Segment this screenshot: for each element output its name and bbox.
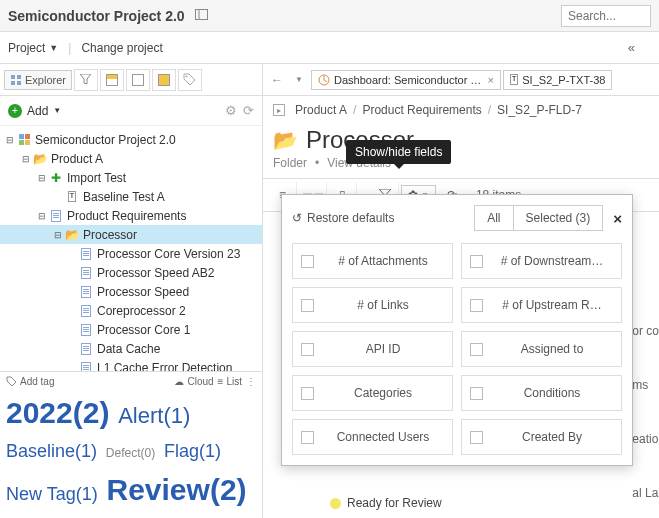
close-icon[interactable]: × <box>613 210 622 227</box>
tree-item[interactable]: Processor Speed AB2 <box>0 263 262 282</box>
sidebar-tabs: Explorer <box>0 64 262 96</box>
field-upstream[interactable]: # of Upstream R… <box>461 287 622 323</box>
settings-icon[interactable]: ⚙ <box>225 103 237 118</box>
project-menu[interactable]: Project▼ <box>8 41 58 55</box>
menu-bar: Project▼ | Change project « <box>0 32 659 64</box>
nav-dropdown-icon[interactable]: ▼ <box>289 75 309 84</box>
window-icon[interactable] <box>195 8 208 23</box>
tag-baseline[interactable]: Baseline(1) <box>6 441 97 461</box>
svg-rect-10 <box>25 140 30 145</box>
field-downstream[interactable]: # of Downstream… <box>461 243 622 279</box>
clipboard-tab-icon[interactable] <box>152 69 176 91</box>
checkbox[interactable] <box>301 431 314 444</box>
add-tag-button[interactable]: Add tag <box>6 376 54 387</box>
checkbox[interactable] <box>470 299 483 312</box>
segment-selected[interactable]: Selected (3) <box>513 206 603 230</box>
tag-alert[interactable]: Alert(1) <box>118 403 190 428</box>
nav-back-icon[interactable]: ← <box>267 73 287 87</box>
tree-view: ⊟Semiconductor Project 2.0 ⊟📂Product A ⊟… <box>0 126 262 371</box>
tree-item[interactable]: Processor Core 1 <box>0 320 262 339</box>
tooltip: Show/hide fields <box>346 140 451 164</box>
tree-product-a[interactable]: ⊟📂Product A <box>0 149 262 168</box>
field-connected-users[interactable]: Connected Users <box>292 419 453 455</box>
tag-newtag[interactable]: New Tag(1) <box>6 484 98 504</box>
checkbox[interactable] <box>301 255 314 268</box>
checkbox[interactable] <box>470 431 483 444</box>
filter-tab-icon[interactable] <box>74 69 98 91</box>
add-button[interactable]: + Add▼ <box>8 104 61 118</box>
field-assigned-to[interactable]: Assigned to <box>461 331 622 367</box>
filter-segment: All Selected (3) <box>474 205 603 231</box>
tree-item[interactable]: Processor Speed <box>0 282 262 301</box>
tab-txt[interactable]: T SI_S2_P-TXT-38 <box>503 70 612 90</box>
tree-item[interactable]: Coreprocessor 2 <box>0 301 262 320</box>
tag-panel: Add tag ☁ Cloud ≡ List ⋮ 2022(2) Alert(1… <box>0 371 262 518</box>
plus-icon: + <box>8 104 22 118</box>
close-icon[interactable]: × <box>488 74 494 86</box>
sidebar: Explorer + Add▼ ⚙ ⟳ ⊟Semiconductor Proje… <box>0 64 263 518</box>
collapse-left-icon[interactable]: « <box>628 40 635 55</box>
top-bar: Semiconductor Project 2.0 <box>0 0 659 32</box>
item-kind: Folder <box>273 156 307 170</box>
explorer-tab[interactable]: Explorer <box>4 70 72 90</box>
search-input[interactable] <box>561 5 651 27</box>
tag-2022[interactable]: 2022(2) <box>6 396 109 429</box>
tree-processor[interactable]: ⊟📂Processor <box>0 225 262 244</box>
svg-rect-9 <box>19 140 24 145</box>
svg-rect-5 <box>17 81 21 85</box>
field-categories[interactable]: Categories <box>292 375 453 411</box>
tree-item[interactable]: L1 Cache Error Detection <box>0 358 262 371</box>
svg-rect-4 <box>11 81 15 85</box>
tag-cloud: 2022(2) Alert(1) Baseline(1) Defect(0) F… <box>6 389 256 514</box>
tag-defect[interactable]: Defect(0) <box>106 446 155 460</box>
list-view-button[interactable]: ≡ List <box>218 376 242 387</box>
status-dot-icon <box>330 498 341 509</box>
tag-tab-icon[interactable] <box>178 69 202 91</box>
checkbox[interactable] <box>470 343 483 356</box>
checkbox[interactable] <box>301 299 314 312</box>
cloud-view-button[interactable]: ☁ Cloud <box>174 376 213 387</box>
checkbox[interactable] <box>470 255 483 268</box>
checkbox[interactable] <box>301 343 314 356</box>
status-ready: Ready for Review <box>330 496 442 510</box>
refresh-icon[interactable]: ⟳ <box>243 103 254 118</box>
field-created-by[interactable]: Created By <box>461 419 622 455</box>
svg-rect-7 <box>19 134 24 139</box>
svg-point-6 <box>186 76 188 78</box>
page-title: 📂Processor <box>273 126 649 154</box>
segment-all[interactable]: All <box>475 206 512 230</box>
tree-item[interactable]: Data Cache <box>0 339 262 358</box>
restore-defaults-button[interactable]: ↺Restore defaults <box>292 211 394 225</box>
checkbox[interactable] <box>301 387 314 400</box>
svg-rect-8 <box>25 134 30 139</box>
tree-baseline-test-a[interactable]: TBaseline Test A <box>0 187 262 206</box>
field-conditions[interactable]: Conditions <box>461 375 622 411</box>
field-links[interactable]: # of Links <box>292 287 453 323</box>
svg-rect-0 <box>195 10 207 20</box>
crumb-requirements[interactable]: Product Requirements <box>362 103 481 117</box>
field-api-id[interactable]: API ID <box>292 331 453 367</box>
svg-rect-2 <box>11 75 15 79</box>
clipped-content: or co ms eatio al La <box>632 324 659 500</box>
tag-flag[interactable]: Flag(1) <box>164 441 221 461</box>
fields-popup: ↺Restore defaults All Selected (3) × # o… <box>281 194 633 466</box>
tree-import-test[interactable]: ⊟✚Import Test <box>0 168 262 187</box>
breadcrumb: ▸ Product A/ Product Requirements/ SI_S2… <box>263 96 659 124</box>
tree-item[interactable]: Processor Core Version 23 <box>0 244 262 263</box>
tree-root[interactable]: ⊟Semiconductor Project 2.0 <box>0 130 262 149</box>
app-title: Semiconductor Project 2.0 <box>8 8 185 24</box>
calendar-tab-icon[interactable] <box>100 69 124 91</box>
checkbox[interactable] <box>470 387 483 400</box>
tree-product-requirements[interactable]: ⊟Product Requirements <box>0 206 262 225</box>
crumb-id[interactable]: SI_S2_P-FLD-7 <box>497 103 582 117</box>
change-project-link[interactable]: Change project <box>81 41 162 55</box>
crumb-product[interactable]: Product A <box>295 103 347 117</box>
tag-review[interactable]: Review(2) <box>107 473 247 506</box>
field-attachments[interactable]: # of Attachments <box>292 243 453 279</box>
tag-menu-icon[interactable]: ⋮ <box>246 376 256 387</box>
tab-dashboard[interactable]: Dashboard: Semiconductor Project...× <box>311 70 501 90</box>
svg-rect-3 <box>17 75 21 79</box>
document-tab-icon[interactable] <box>126 69 150 91</box>
collapse-panel-icon[interactable]: ▸ <box>273 104 285 116</box>
